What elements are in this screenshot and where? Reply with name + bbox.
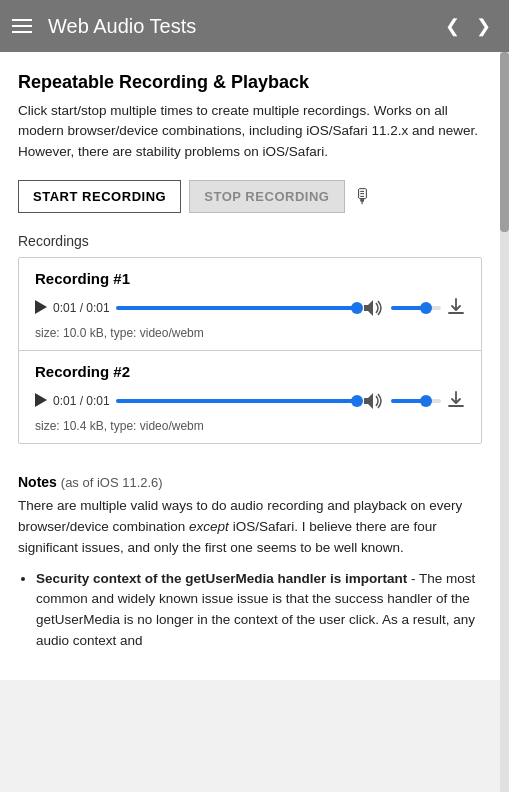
notes-italic: except <box>189 519 229 534</box>
file-info-1: size: 10.0 kB, type: video/webm <box>35 326 465 340</box>
play-button-1[interactable] <box>35 300 47 317</box>
play-button-2[interactable] <box>35 393 47 410</box>
volume-svg-1 <box>363 299 385 317</box>
volume-slider-1[interactable] <box>391 306 441 310</box>
progress-fill-1 <box>116 306 357 310</box>
header-nav: ❮ ❯ <box>439 13 497 39</box>
file-info-2: size: 10.4 kB, type: video/webm <box>35 419 465 433</box>
notes-title: Notes <box>18 474 57 490</box>
page-title: Web Audio Tests <box>48 15 439 38</box>
section-description: Click start/stop multiple times to creat… <box>18 101 482 162</box>
notes-list: Security context of the getUserMedia han… <box>36 569 482 653</box>
recording-title-2: Recording #2 <box>35 363 465 380</box>
progress-thumb-1 <box>351 302 363 314</box>
time-display-2: 0:01 / 0:01 <box>53 394 110 408</box>
svg-marker-2 <box>364 393 373 409</box>
recording-title-1: Recording #1 <box>35 270 465 287</box>
volume-thumb-1 <box>420 302 432 314</box>
main-content: Repeatable Recording & Playback Click st… <box>0 52 500 680</box>
section-title: Repeatable Recording & Playback <box>18 72 482 93</box>
recording-controls: START RECORDING STOP RECORDING 🎙 <box>18 180 482 213</box>
progress-bar-1[interactable] <box>116 306 357 310</box>
list-item-1-bold: Security context of the getUserMedia han… <box>36 571 407 586</box>
play-triangle-icon-2 <box>35 393 47 407</box>
audio-controls-2: 0:01 / 0:01 <box>35 390 465 413</box>
list-item-1: Security context of the getUserMedia han… <box>36 569 482 653</box>
nav-back-button[interactable]: ❮ <box>439 13 466 39</box>
stop-recording-button: STOP RECORDING <box>189 180 344 213</box>
progress-thumb-2 <box>351 395 363 407</box>
recordings-list: Recording #1 0:01 / 0:01 <box>18 257 482 444</box>
recording-item-1: Recording #1 0:01 / 0:01 <box>19 258 481 351</box>
app-header: Web Audio Tests ❮ ❯ <box>0 0 509 52</box>
progress-bar-2[interactable] <box>116 399 357 403</box>
download-svg-2 <box>447 390 465 408</box>
volume-icon-1[interactable] <box>363 299 385 317</box>
scrollbar-track <box>500 52 509 792</box>
volume-slider-2[interactable] <box>391 399 441 403</box>
notes-aside: (as of iOS 11.2.6) <box>61 475 163 490</box>
volume-thumb-2 <box>420 395 432 407</box>
notes-body: There are multiple valid ways to do audi… <box>18 496 482 652</box>
time-display-1: 0:01 / 0:01 <box>53 301 110 315</box>
recordings-label: Recordings <box>18 233 482 249</box>
recording-item-2: Recording #2 0:01 / 0:01 <box>19 351 481 443</box>
menu-icon[interactable] <box>12 19 32 33</box>
download-icon-2[interactable] <box>447 390 465 413</box>
notes-header: Notes (as of iOS 11.2.6) <box>18 474 482 490</box>
volume-icon-2[interactable] <box>363 392 385 410</box>
scrollbar-thumb[interactable] <box>500 52 509 232</box>
progress-fill-2 <box>116 399 357 403</box>
download-icon-1[interactable] <box>447 297 465 320</box>
microphone-icon[interactable]: 🎙 <box>353 185 373 208</box>
volume-svg-2 <box>363 392 385 410</box>
nav-forward-button[interactable]: ❯ <box>470 13 497 39</box>
audio-controls-1: 0:01 / 0:01 <box>35 297 465 320</box>
play-triangle-icon-1 <box>35 300 47 314</box>
notes-section: Notes (as of iOS 11.2.6) There are multi… <box>18 474 482 652</box>
svg-marker-0 <box>364 300 373 316</box>
start-recording-button[interactable]: START RECORDING <box>18 180 181 213</box>
download-svg-1 <box>447 297 465 315</box>
